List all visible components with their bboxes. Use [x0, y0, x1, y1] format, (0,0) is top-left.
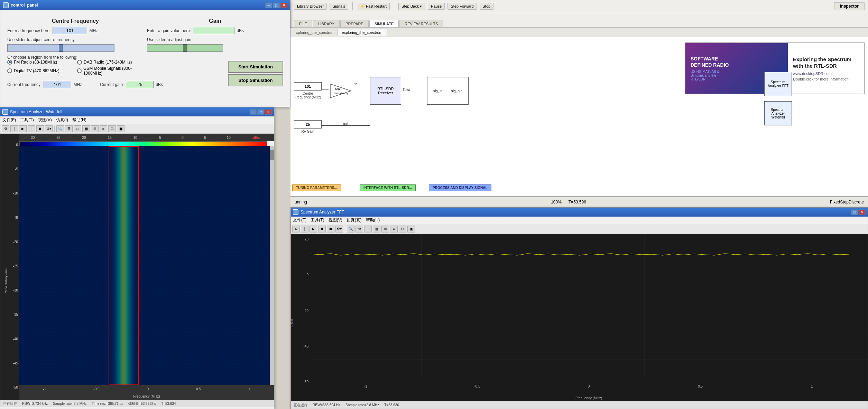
fft-tool-pause[interactable]: ⏸	[318, 226, 326, 232]
fft-menu-sim[interactable]: 仿真(真)	[347, 217, 362, 223]
fft-window-icon	[293, 209, 298, 215]
fft-tool-6[interactable]: ▦	[373, 226, 380, 232]
arrow-freq-to-gain	[322, 89, 329, 89]
wf-tool-7[interactable]: ⊞	[91, 125, 99, 132]
stop-simulation-btn[interactable]: Stop Simulation	[228, 74, 283, 86]
waterfall-scrollbar[interactable]	[270, 146, 274, 385]
fft-close[interactable]: ✕	[859, 209, 866, 215]
radio-gsm[interactable]	[77, 68, 82, 73]
fft-menu-tools[interactable]: 工具(T)	[311, 217, 324, 223]
sig-in-label: sig_in	[433, 89, 442, 93]
radio-dab[interactable]	[77, 60, 82, 65]
tab-simulate[interactable]: SIMULATE	[369, 20, 399, 27]
sim-status: unning	[295, 200, 307, 204]
wf-tool-10[interactable]: ▣	[117, 125, 124, 132]
fft-tool-5[interactable]: □	[364, 226, 372, 232]
svg-text:-0.5: -0.5	[474, 384, 480, 388]
waterfall-minimize[interactable]: ─	[250, 109, 257, 115]
waterfall-maximize[interactable]: □	[257, 109, 264, 115]
tab-review[interactable]: REVIEW RESULTS	[399, 20, 443, 27]
process-block[interactable]: sig_in sig_out	[427, 77, 469, 105]
wf-tool-4[interactable]: ☰	[65, 125, 73, 132]
signals-btn[interactable]: Signals	[330, 3, 348, 10]
matlab-toolbar-tabs: FILE LIBRARY PREPARE SIMULATE REVIEW RES…	[290, 13, 868, 27]
fft-plot-area: 20 0 -20 -40 -60 dBm -1	[291, 234, 868, 401]
spectrum-fft-block[interactable]: Spectrum Analyzer FFT	[764, 72, 792, 96]
fast-restart-btn[interactable]: ⚡ Fast Restart	[357, 3, 390, 10]
scrollbar-thumb[interactable]	[270, 150, 274, 160]
wf-tool-2[interactable]: |	[10, 125, 18, 132]
fft-tool-4[interactable]: ⟲	[355, 226, 363, 232]
gain-mhz-block[interactable]: 1e6 Gain (MHz)	[329, 82, 353, 99]
wf-tool-6[interactable]: ▦	[82, 125, 90, 132]
fft-menu-help[interactable]: 帮助(H)	[366, 217, 380, 223]
step-forward-btn[interactable]: Step Forward	[447, 3, 477, 10]
fft-tool-stop[interactable]: ⏹	[327, 226, 334, 232]
rtlsdr-block[interactable]: RTL-SDRReceiver	[370, 77, 401, 105]
fft-tool-2[interactable]: |	[301, 226, 308, 232]
current-freq-val[interactable]	[44, 81, 71, 88]
radio-fm[interactable]	[7, 60, 12, 65]
tab-prepare[interactable]: PREPARE	[340, 20, 369, 27]
fft-tool-10[interactable]: ▣	[407, 226, 415, 232]
breadcrumb: xploring_the_spectrum	[293, 30, 337, 35]
wf-menu-sim[interactable]: 仿真(I)	[56, 117, 68, 123]
region-label: Or choose a region from the following:	[7, 55, 77, 60]
wf-menu-view[interactable]: 视图(V)	[38, 117, 52, 123]
wf-tool-play[interactable]: ▶	[19, 125, 27, 132]
wf-tool-9[interactable]: ⊡	[108, 125, 116, 132]
fft-tool-1[interactable]: ⚙	[292, 226, 300, 232]
fft-tool-7[interactable]: ⊞	[381, 226, 389, 232]
sim-tab-main[interactable]: exploring_the_spectrum	[337, 29, 387, 36]
wf-menu-help[interactable]: 帮助(H)	[72, 117, 86, 123]
tab-file[interactable]: FILE	[294, 20, 312, 27]
fft-menu-file[interactable]: 文件(F)	[293, 217, 306, 223]
pause-btn[interactable]: Pause	[428, 3, 445, 10]
waterfall-close[interactable]: ✕	[265, 109, 272, 115]
wf-tool-1[interactable]: ⚙	[2, 125, 9, 132]
fft-tool-8[interactable]: ≡	[390, 226, 398, 232]
wf-tool-pause[interactable]: ⏸	[28, 125, 35, 132]
yaxis-2: -10	[2, 191, 18, 195]
spectrum-wf-block[interactable]: Spectrum Analyzer Waterfall	[764, 101, 792, 125]
fft-tool-zoom[interactable]: 🔍	[347, 226, 354, 232]
wf-tool-stop[interactable]: ⏹	[36, 125, 44, 132]
yaxis-8: -40	[2, 337, 18, 341]
stop-btn[interactable]: Stop	[480, 3, 494, 10]
banner-url: www.desktopSDR.com	[793, 72, 859, 76]
maximize-btn[interactable]: □	[273, 2, 280, 8]
centre-freq-block[interactable]: 101 Centre Frequency (MHz)	[294, 82, 322, 99]
fft-menu-view[interactable]: 视图(V)	[329, 217, 342, 223]
fft-tool-9[interactable]: ⊡	[399, 226, 406, 232]
tab-library[interactable]: LIBRARY	[313, 20, 340, 27]
wf-tool-5[interactable]: □	[74, 125, 81, 132]
current-gain-val[interactable]	[126, 81, 154, 88]
step-back-btn[interactable]: Step Back ▾	[398, 3, 425, 10]
radio-dtv[interactable]	[7, 68, 12, 73]
fft-tool-3[interactable]: ⚙▾	[335, 226, 343, 232]
yaxis-5: -25	[2, 264, 18, 268]
fft-restore[interactable]: □	[851, 209, 858, 215]
wf-tool-zoom[interactable]: 🔍	[56, 125, 64, 132]
library-browser-btn[interactable]: Library Browser	[294, 3, 327, 10]
waterfall-statusbar: 正在运行 RBW=2.734 kHz Sample rate=2.8 MHz T…	[0, 400, 274, 407]
inspector-btn[interactable]: Inspector	[834, 2, 865, 10]
wf-tool-8[interactable]: ≡	[100, 125, 107, 132]
close-btn[interactable]: ✕	[280, 2, 287, 8]
gain-input[interactable]	[193, 27, 234, 34]
rf-gain-block[interactable]: 25 RF Gain	[294, 120, 322, 133]
minimize-btn[interactable]: ─	[265, 2, 272, 8]
freq-slider[interactable]	[7, 44, 114, 52]
gain-slider[interactable]	[147, 44, 223, 52]
fft-tool-play[interactable]: ▶	[310, 226, 317, 232]
wf-menu-tools[interactable]: 工具(T)	[20, 117, 34, 123]
start-simulation-btn[interactable]: Start Simulation	[228, 61, 283, 73]
freq-input[interactable]	[53, 27, 87, 34]
wf-menu-file[interactable]: 文件(F)	[2, 117, 16, 123]
current-gain-label: Current gain:	[100, 82, 124, 87]
sim-progress: 100%	[551, 200, 562, 204]
yaxis-3: -15	[2, 216, 18, 220]
wf-tool-3[interactable]: ⚙▾	[45, 125, 53, 132]
waterfall-yaxis: 0 -5 -10 -15 -20 -25 -30 -35 -40 -45 -50…	[0, 134, 19, 400]
radio-gsm-label: GSM Mobile Signals (800-1000MHz)	[83, 66, 144, 76]
